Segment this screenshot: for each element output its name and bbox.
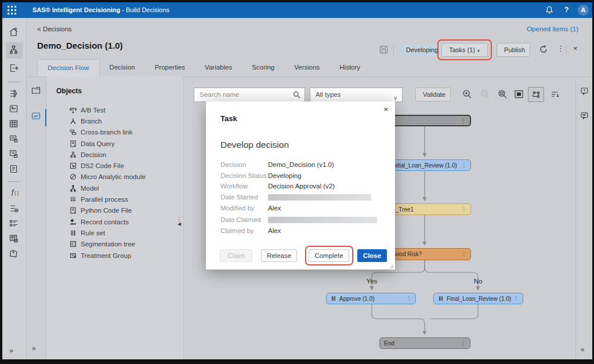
- node-menu-kebab-icon[interactable]: ⋮: [461, 340, 466, 346]
- object-item-record-contacts[interactable]: Record contacts: [70, 216, 146, 227]
- tab-variables[interactable]: Variables: [195, 59, 242, 77]
- flow-node-final-loan-review[interactable]: Final_Loan_Review (1.0) ⋮: [433, 293, 523, 304]
- object-item-data-query[interactable]: Data Query: [70, 138, 146, 149]
- validate-button[interactable]: Validate: [415, 88, 451, 101]
- home-icon[interactable]: [9, 27, 20, 39]
- search-icon: [293, 91, 300, 99]
- object-item-micro-analytic-module[interactable]: Micro Analytic module: [70, 172, 146, 183]
- build-decisions-icon[interactable]: [9, 45, 20, 56]
- tab-decision-flow[interactable]: Decision Flow: [37, 59, 100, 77]
- rule-set-icon: [70, 230, 77, 236]
- app-switcher-icon[interactable]: [8, 6, 16, 14]
- treatment-group-icon: [70, 252, 77, 259]
- claim-button[interactable]: Claim: [220, 249, 252, 262]
- node-menu-kebab-icon[interactable]: ⋮: [461, 206, 467, 212]
- treatments-table-icon[interactable]: [9, 234, 20, 245]
- documents-copy-icon[interactable]: [9, 149, 20, 161]
- auto-arrange-icon[interactable]: [550, 89, 562, 101]
- object-item-python-code-file[interactable]: Python Code File: [70, 205, 146, 216]
- dialog-resize-handle[interactable]: [389, 264, 394, 269]
- deployments-tag-icon[interactable]: [9, 249, 20, 260]
- tab-bar: Decision Flow Decision Properties Variab…: [37, 59, 370, 77]
- notifications-icon[interactable]: [545, 6, 553, 14]
- object-item-model[interactable]: Model: [70, 183, 146, 194]
- node-menu-kebab-icon[interactable]: ⋮: [461, 162, 467, 168]
- comments-icon[interactable]: [580, 111, 589, 120]
- left-navigation-rail: ƒ[ ] »: [2, 18, 27, 359]
- header-divider: [566, 45, 567, 55]
- flow-node-approve[interactable]: Approve (1.0) ⋮: [326, 293, 416, 304]
- rule-set-icon: [331, 296, 336, 301]
- flow-node-end[interactable]: End ⋮: [379, 337, 470, 349]
- object-item-cross-branch-link[interactable]: Cross-branch link: [70, 127, 146, 138]
- tab-versions[interactable]: Versions: [284, 59, 329, 77]
- object-item-segmentation-tree[interactable]: Segmentation tree: [70, 239, 146, 250]
- rules-image-icon[interactable]: [9, 104, 20, 115]
- opened-items-link[interactable]: Opened items (1): [527, 26, 578, 32]
- node-menu-kebab-icon[interactable]: ⋮: [513, 295, 519, 301]
- tab-decision[interactable]: Decision: [100, 59, 145, 77]
- tasks-button[interactable]: Tasks (1) ∨: [441, 43, 488, 57]
- document-notes-icon[interactable]: [9, 164, 20, 176]
- canvas-collapse-icon[interactable]: «: [581, 345, 585, 354]
- object-item-ab-test[interactable]: A/B Test: [70, 104, 146, 115]
- object-item-decision[interactable]: Decision: [70, 149, 146, 160]
- documents-stack-icon[interactable]: [9, 134, 20, 145]
- dialog-close-icon[interactable]: ×: [383, 105, 388, 114]
- refresh-icon[interactable]: [539, 45, 548, 54]
- cross-branch-link-icon: [70, 129, 77, 136]
- object-item-branch[interactable]: Branch: [70, 115, 146, 126]
- publish-objects-icon[interactable]: [9, 63, 20, 75]
- zoom-in-icon[interactable]: [462, 89, 474, 101]
- object-item-rule-set[interactable]: Rule set: [70, 227, 146, 238]
- application-bar: SAS® Intelligent Decisioning - Build Dec…: [2, 2, 592, 18]
- decision-status-value: Developing: [268, 172, 302, 179]
- validation-issues-icon[interactable]: [580, 87, 589, 96]
- publish-button[interactable]: Publish: [497, 43, 530, 57]
- screenshot-frame: SAS® Intelligent Decisioning - Build Dec…: [0, 0, 594, 364]
- checkpoint-save-icon[interactable]: [379, 45, 388, 54]
- zoom-out-icon[interactable]: [480, 89, 492, 101]
- objects-mini-strip: »: [27, 77, 46, 359]
- more-options-kebab-icon[interactable]: ⋮: [557, 44, 564, 53]
- node-menu-kebab-icon[interactable]: ⋮: [461, 118, 466, 124]
- decision-icon: [70, 151, 77, 158]
- close-button[interactable]: Close: [357, 249, 387, 262]
- object-item-treatment-group[interactable]: Treatment Group: [70, 250, 146, 261]
- complete-button[interactable]: Complete: [309, 249, 349, 262]
- tab-scoring[interactable]: Scoring: [242, 59, 284, 77]
- lookup-tables-icon[interactable]: [9, 203, 20, 215]
- tab-history[interactable]: History: [329, 59, 370, 77]
- list-properties-icon[interactable]: [9, 219, 20, 230]
- rail-expand-icon[interactable]: »: [9, 347, 13, 355]
- global-variables-icon[interactable]: ƒ[ ]: [9, 187, 20, 199]
- type-filter-select[interactable]: All types ∨: [310, 88, 403, 102]
- search-placeholder: Search name: [200, 91, 239, 98]
- strip-expand-icon[interactable]: »: [32, 344, 36, 352]
- objects-folder-icon[interactable]: [31, 86, 42, 96]
- close-object-icon[interactable]: ×: [573, 44, 578, 53]
- data-query-icon: [70, 140, 77, 147]
- page-title: Demo_Decision (1.0): [37, 41, 123, 50]
- node-menu-kebab-icon[interactable]: ⋮: [461, 250, 467, 257]
- data-table-icon[interactable]: [9, 119, 20, 130]
- panel-resize-handle[interactable]: ⋮ ◀: [176, 217, 182, 227]
- objects-palette-icon[interactable]: [31, 111, 42, 122]
- header-divider: [393, 45, 394, 55]
- search-input[interactable]: Search name: [194, 88, 305, 102]
- zoom-selection-icon[interactable]: [498, 89, 509, 101]
- node-menu-kebab-icon[interactable]: ⋮: [406, 295, 412, 301]
- breadcrumb[interactable]: < Decisions: [37, 26, 72, 32]
- back-chevron-icon: <: [37, 26, 41, 32]
- objects-panel-title: Objects: [56, 87, 82, 95]
- decision-value: Demo_Decision (v1.0): [268, 161, 334, 168]
- compare-network-icon[interactable]: [9, 89, 20, 100]
- connector-layout-tool-selected[interactable]: [528, 87, 544, 102]
- user-avatar[interactable]: A: [578, 5, 589, 16]
- tab-properties[interactable]: Properties: [145, 59, 195, 77]
- help-icon[interactable]: ?: [564, 6, 568, 14]
- object-item-parallel-process[interactable]: Parallel process: [70, 194, 146, 205]
- fit-to-window-icon[interactable]: [514, 89, 526, 101]
- release-button[interactable]: Release: [261, 249, 297, 262]
- object-item-ds2-code-file[interactable]: DS2 Code File: [70, 160, 146, 171]
